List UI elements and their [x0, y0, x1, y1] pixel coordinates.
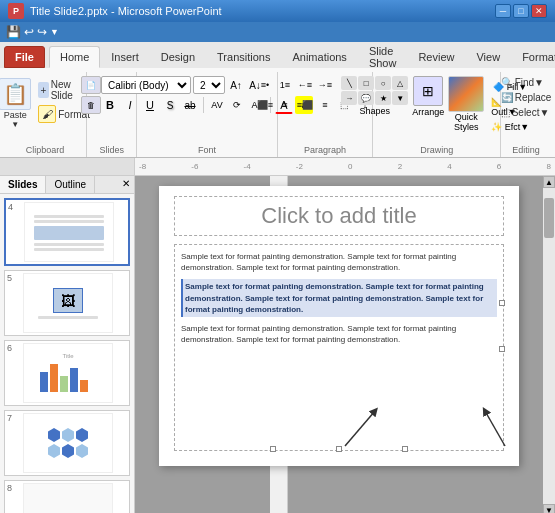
- ruler-area: -8-6-4-202468: [0, 158, 555, 176]
- redo-quick-btn[interactable]: ↪: [37, 25, 47, 39]
- tab-animations[interactable]: Animations: [281, 46, 357, 68]
- shape-callout[interactable]: 💬: [358, 91, 374, 105]
- clipboard-group-label: Clipboard: [26, 145, 65, 157]
- decrease-indent-button[interactable]: ←≡: [296, 76, 314, 94]
- shape-star[interactable]: ★: [375, 91, 391, 105]
- resize-handle-rc[interactable]: [499, 346, 505, 352]
- close-panel-button[interactable]: ✕: [118, 176, 134, 193]
- arrange-button[interactable]: ⊞ Arrange: [412, 76, 444, 117]
- numbering-button[interactable]: 1≡: [276, 76, 294, 94]
- tab-view[interactable]: View: [465, 46, 511, 68]
- tab-format[interactable]: Format: [511, 46, 555, 68]
- strikethrough-button[interactable]: ab: [181, 96, 199, 114]
- underline-button[interactable]: U: [141, 96, 159, 114]
- italic-button[interactable]: I: [121, 96, 139, 114]
- find-button[interactable]: 🔍 Find▼: [498, 76, 547, 89]
- align-right-button[interactable]: ≡⬛: [296, 96, 314, 114]
- font-size-select[interactable]: 20: [193, 76, 225, 94]
- hex5: [62, 444, 74, 458]
- resize-handle-br[interactable]: [402, 446, 408, 452]
- bullets-button[interactable]: ≡•: [256, 76, 274, 94]
- align-center-button[interactable]: ≡: [276, 96, 294, 114]
- align-left-button[interactable]: ⬛≡: [256, 96, 274, 114]
- quick-access-toolbar: 💾 ↩ ↪ ▼: [0, 22, 555, 42]
- increase-font-button[interactable]: A↑: [227, 76, 245, 94]
- slides-panel: Slides Outline ✕ 4 5 🖼: [0, 176, 135, 513]
- slide-thumb-img-6: Title: [23, 343, 113, 403]
- bar3: [60, 376, 68, 392]
- tab-review[interactable]: Review: [407, 46, 465, 68]
- tab-file[interactable]: File: [4, 46, 45, 68]
- increase-indent-button[interactable]: →≡: [316, 76, 334, 94]
- slide-num-4: 4: [8, 202, 20, 212]
- maximize-button[interactable]: □: [513, 4, 529, 18]
- shape-more[interactable]: ▼: [392, 91, 408, 105]
- thumb-hexagons: [43, 428, 93, 458]
- content-wrapper: -4-2024 Click to add title Sample text f…: [135, 176, 555, 513]
- tab-slideshow[interactable]: Slide Show: [358, 46, 408, 68]
- quick-styles-button[interactable]: QuickStyles: [448, 76, 484, 132]
- shape-arrow[interactable]: →: [341, 91, 357, 105]
- shape-tri[interactable]: △: [392, 76, 408, 90]
- hex3: [76, 428, 88, 442]
- shape-rect[interactable]: □: [358, 76, 374, 90]
- undo-quick-btn[interactable]: ↩: [24, 25, 34, 39]
- close-button[interactable]: ✕: [531, 4, 547, 18]
- font-name-select[interactable]: Calibri (Body): [101, 76, 191, 94]
- hex1: [48, 428, 60, 442]
- delete-slide-button[interactable]: 🗑: [81, 96, 101, 114]
- divider: [203, 97, 204, 113]
- shape-oval[interactable]: ○: [375, 76, 391, 90]
- thumb-chart-6: [38, 359, 98, 394]
- slide-thumbnail-4[interactable]: 4: [4, 198, 130, 266]
- tab-insert[interactable]: Insert: [100, 46, 150, 68]
- tab-slides[interactable]: Slides: [0, 176, 46, 193]
- slide-thumbnail-5[interactable]: 5 🖼: [4, 270, 130, 336]
- content-area[interactable]: -4-2024 Click to add title Sample text f…: [135, 176, 543, 513]
- tab-transitions[interactable]: Transitions: [206, 46, 281, 68]
- char-spacing-button[interactable]: AV: [208, 96, 226, 114]
- resize-handle-bl[interactable]: [270, 446, 276, 452]
- text-direction-button[interactable]: ⟳: [228, 96, 246, 114]
- slide-num-8: 8: [7, 483, 19, 493]
- customize-quick-btn[interactable]: ▼: [50, 27, 59, 37]
- slide-canvas[interactable]: Click to add title Sample text for forma…: [159, 186, 519, 466]
- resize-handle-rt[interactable]: [499, 300, 505, 306]
- scroll-thumb[interactable]: [544, 198, 554, 238]
- scroll-down-button[interactable]: ▼: [543, 504, 555, 513]
- slide-thumbnail-7[interactable]: 7: [4, 410, 130, 476]
- slide-thumbnail-8[interactable]: 8: [4, 480, 130, 513]
- text-block-2: Sample text for format painting demonstr…: [181, 279, 497, 317]
- tab-outline[interactable]: Outline: [46, 176, 95, 193]
- bold-button[interactable]: B: [101, 96, 119, 114]
- slide-title-area[interactable]: Click to add title: [174, 196, 504, 236]
- scroll-up-button[interactable]: ▲: [543, 176, 555, 188]
- tab-design[interactable]: Design: [150, 46, 206, 68]
- save-quick-btn[interactable]: 💾: [6, 25, 21, 39]
- layout-button[interactable]: 📄: [81, 76, 101, 94]
- shadow-button[interactable]: S: [161, 96, 179, 114]
- window-controls[interactable]: ─ □ ✕: [495, 4, 547, 18]
- bar4: [70, 368, 78, 392]
- shapes-grid: ╲ □ ○ △ → 💬 ★ ▼: [341, 76, 408, 105]
- tab-home[interactable]: Home: [49, 46, 100, 68]
- minimize-button[interactable]: ─: [495, 4, 511, 18]
- font-group-label: Font: [198, 145, 216, 157]
- arrange-label: Arrange: [412, 107, 444, 117]
- slide-content-area[interactable]: Sample text for format painting demonstr…: [174, 244, 504, 451]
- resize-handle-bc[interactable]: [336, 446, 342, 452]
- slides-group-label: Slides: [100, 145, 125, 157]
- right-scrollbar[interactable]: ▲ ▼: [543, 176, 555, 513]
- panel-tabs: Slides Outline ✕: [0, 176, 134, 194]
- slide-thumbnail-6[interactable]: 6 Title: [4, 340, 130, 406]
- justify-button[interactable]: ≡: [316, 96, 334, 114]
- slide-num-5: 5: [7, 273, 19, 283]
- ribbon-tab-bar: File Home Insert Design Transitions Anim…: [0, 42, 555, 68]
- select-button[interactable]: ⬚ Select▼: [498, 106, 553, 119]
- paste-dropdown[interactable]: ▼: [11, 120, 19, 129]
- thumb-image: 🖼: [53, 288, 83, 313]
- slide-resize-handles-bottom: [270, 446, 408, 452]
- shape-line[interactable]: ╲: [341, 76, 357, 90]
- replace-button[interactable]: 🔄 Replace: [498, 91, 555, 104]
- paste-button[interactable]: 📋 Paste ▼: [0, 76, 33, 131]
